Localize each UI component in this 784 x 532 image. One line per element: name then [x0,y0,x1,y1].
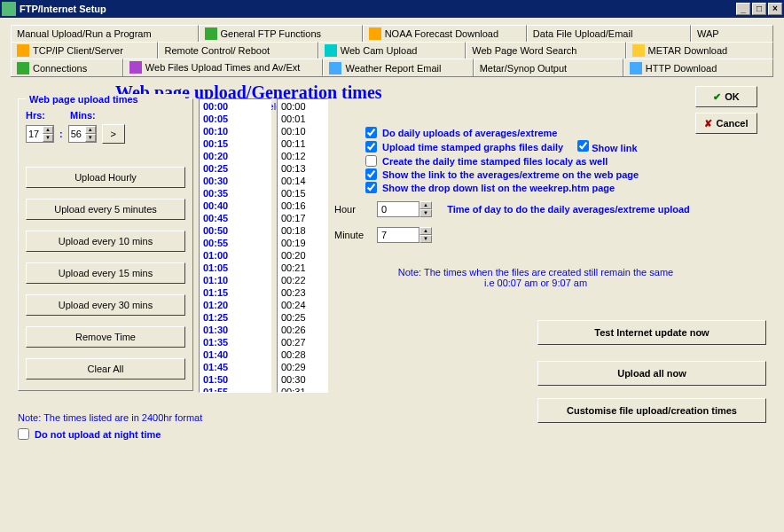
list-item[interactable]: 00:13 [279,162,325,175]
tab-noaa[interactable]: NOAA Forecast Download [363,25,527,42]
tab-http-download[interactable]: HTTP Download [623,59,773,76]
list-item[interactable]: 01:10 [201,274,269,286]
list-item[interactable]: 00:10 [279,125,325,137]
tab-metar[interactable]: METAR Download [626,42,773,59]
list-item[interactable]: 00:11 [279,137,325,150]
hrs-down[interactable]: ▼ [43,134,53,142]
chk-time-stamped[interactable] [365,141,377,153]
mins-down[interactable]: ▼ [85,134,96,142]
list-item[interactable]: 00:05 [201,113,269,125]
list-item[interactable]: 01:25 [201,311,269,324]
list-item[interactable]: 00:23 [279,286,325,299]
list-item[interactable]: 00:55 [201,237,269,249]
tab-general-ftp[interactable]: General FTP Functions [199,25,363,42]
test-internet-button[interactable]: Test Internet update now [537,320,766,345]
hrs-up[interactable]: ▲ [43,126,53,134]
hrs-stepper[interactable]: ▲▼ [26,125,54,143]
tab-data-file-upload[interactable]: Data File Upload/Email [527,25,691,42]
opt-show-link-avg[interactable]: Show the link to the averages/extreme on… [365,168,639,180]
upload-10-button[interactable]: Upload every 10 mins [26,231,185,252]
minute-stepper[interactable]: ▲▼ [377,227,432,243]
list-item[interactable]: 00:45 [201,212,269,224]
minute-up[interactable]: ▲ [419,227,432,235]
minimize-button[interactable]: _ [736,3,750,15]
close-button[interactable]: × [768,3,782,15]
list-item[interactable]: 00:18 [279,224,325,237]
available-times-list[interactable]: 00:0000:0100:1000:1100:1200:1300:1400:15… [277,98,328,393]
list-item[interactable]: 01:40 [201,348,269,361]
hour-input[interactable] [377,201,419,217]
list-item[interactable]: 01:30 [201,324,269,336]
list-item[interactable]: 00:30 [279,373,325,386]
list-item[interactable]: 00:15 [201,137,269,150]
list-item[interactable]: 00:01 [279,113,325,125]
list-item[interactable]: 00:19 [279,237,325,249]
remove-time-button[interactable]: Remove Time [26,326,185,348]
tab-web-files-upload[interactable]: Web Files Upload Times and Av/Ext [123,59,324,76]
clear-all-button[interactable]: Clear All [26,358,185,379]
cancel-button[interactable]: Cancel [695,113,757,134]
tab-manual-upload[interactable]: Manual Upload/Run a Program [11,25,199,42]
list-item[interactable]: 01:05 [201,262,269,274]
list-item[interactable]: 01:50 [201,373,269,386]
list-item[interactable]: 01:20 [201,299,269,311]
minute-down[interactable]: ▼ [419,235,432,243]
chk-show-link-graphs[interactable] [577,140,589,152]
list-item[interactable]: 00:29 [279,361,325,373]
list-item[interactable]: 00:31 [279,386,325,393]
tab-remote-control[interactable]: Remote Control/ Reboot [158,42,318,59]
list-item[interactable]: 01:35 [201,336,269,348]
add-time-button[interactable]: > [102,124,125,144]
list-item[interactable]: 01:15 [201,286,269,299]
list-item[interactable]: 00:12 [279,150,325,162]
list-item[interactable]: 00:20 [279,249,325,262]
chk-create-local[interactable] [365,155,377,167]
tab-weather-report[interactable]: Weather Report Email [323,59,473,76]
chk-show-link-avg[interactable] [365,168,377,180]
tab-webcam[interactable]: Web Cam Upload [318,42,466,59]
list-item[interactable]: 00:10 [201,125,269,137]
list-item[interactable]: 00:30 [201,175,269,187]
chk-show-dropdown[interactable] [365,182,377,193]
mins-stepper[interactable]: ▲▼ [68,125,97,143]
upload-5-button[interactable]: Upload every 5 minutes [26,199,185,220]
tab-tcpip[interactable]: TCP/IP Client/Server [11,42,158,59]
opt-create-local[interactable]: Create the daily time stamped files loca… [365,155,639,167]
list-item[interactable]: 00:16 [279,200,325,212]
upload-all-button[interactable]: Upload all now [537,361,766,386]
list-item[interactable]: 00:40 [201,200,269,212]
opt-no-night-upload[interactable]: Do not upload at night time [18,428,161,440]
ok-button[interactable]: OK [695,86,757,107]
chk-no-night-upload[interactable] [18,428,29,440]
list-item[interactable]: 00:00 [279,100,325,113]
maximize-button[interactable]: □ [752,3,766,15]
selected-times-list[interactable]: 00:0000:0500:1000:1500:2000:2500:3000:35… [199,98,271,393]
hour-stepper[interactable]: ▲▼ [377,201,432,217]
list-item[interactable]: 01:00 [201,249,269,262]
list-item[interactable]: 00:27 [279,336,325,348]
upload-30-button[interactable]: Upload every 30 mins [26,294,185,316]
minute-input[interactable] [377,227,419,243]
list-item[interactable]: 00:25 [279,311,325,324]
list-item[interactable]: 00:50 [201,224,269,237]
list-item[interactable]: 01:55 [201,386,269,393]
tab-word-search[interactable]: Web Page Word Search [466,42,625,59]
list-item[interactable]: 00:17 [279,212,325,224]
list-item[interactable]: 00:25 [201,162,269,175]
list-item[interactable]: 00:21 [279,262,325,274]
opt-show-dropdown[interactable]: Show the drop down list on the weekrep.h… [365,182,639,193]
hour-up[interactable]: ▲ [419,201,432,209]
opt-time-stamped[interactable]: Upload time stamped graphs files daily S… [365,140,639,153]
list-item[interactable]: 00:28 [279,348,325,361]
list-item[interactable]: 00:14 [279,175,325,187]
list-item[interactable]: 01:45 [201,361,269,373]
upload-hourly-button[interactable]: Upload Hourly [26,167,185,188]
upload-15-button[interactable]: Upload every 15 mins [26,262,185,284]
opt-daily-averages[interactable]: Do daily uploads of averages/extreme [365,127,639,138]
list-item[interactable]: 00:15 [279,187,325,200]
list-item[interactable]: 00:35 [201,187,269,200]
mins-up[interactable]: ▲ [85,126,96,134]
list-item[interactable]: 00:26 [279,324,325,336]
list-item[interactable]: 00:00 [201,100,269,113]
tab-wap[interactable]: WAP [691,25,773,42]
